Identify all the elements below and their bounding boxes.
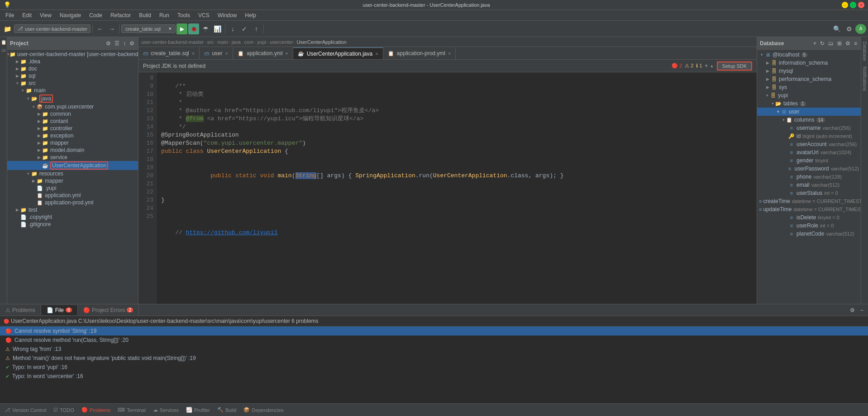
problem-4[interactable]: ⚠ Method 'main()' does not have signatur… (0, 354, 868, 363)
breadcrumb-app[interactable]: UserCenterApplication (297, 39, 347, 45)
project-icon[interactable]: 📋 (1, 40, 6, 45)
problem-6[interactable]: ✔ Typo: In word 'usercenter' :16 (0, 372, 868, 381)
vcs-push-btn[interactable]: ↑ (251, 24, 262, 34)
tool-dependencies[interactable]: 📦 Dependencies (241, 406, 286, 414)
problem-1[interactable]: 🔴 Cannot resolve symbol 'String' :19 (0, 326, 868, 336)
tab-prod-yml-close[interactable]: × (448, 51, 451, 56)
menu-item-window[interactable]: Window (214, 11, 241, 19)
toolbar-back-btn[interactable]: ← (95, 24, 105, 34)
tree-model[interactable]: ▶ 📁 model.domain (7, 147, 138, 154)
tab-user[interactable]: 🗃 user × (200, 47, 233, 59)
tree-sql[interactable]: ▶ 📁 sql (7, 72, 138, 80)
tool-terminal[interactable]: ⌨ Terminal (115, 406, 148, 414)
debug-button[interactable]: 🐞 (188, 24, 199, 34)
tree-usercenter-app[interactable]: ☕ UserCenterApplication (7, 161, 138, 170)
tree-java[interactable]: ▾ 📂 java (7, 94, 138, 103)
db-col-email[interactable]: ≡ email varchar(512) (757, 181, 861, 189)
tree-res-mapper[interactable]: ▶ 📁 mapper (7, 177, 138, 184)
breadcrumb-usercenter[interactable]: usercenter (270, 39, 293, 45)
search-btn[interactable]: 🔍 (831, 24, 843, 34)
db-panel-toggle[interactable]: Database (862, 39, 868, 64)
menu-item-tools[interactable]: Tools (174, 11, 194, 19)
tool-version-control[interactable]: ⎇ Version Control (2, 406, 49, 414)
code-content[interactable]: /** * 启动类 * * @author <a href="https://g… (157, 72, 757, 304)
tool-problems[interactable]: 🔴 Problems (79, 406, 113, 414)
tab-main-java-close[interactable]: × (375, 51, 378, 57)
tree-common[interactable]: ▶ 📁 common (7, 110, 138, 118)
tool-services[interactable]: ☁ Services (150, 406, 181, 414)
menu-item-view[interactable]: View (36, 11, 55, 19)
project-sort-icon[interactable]: ↕ (122, 39, 127, 47)
tree-gitignore[interactable]: 📄 .gitignore (7, 221, 138, 228)
tool-profiler[interactable]: 📈 Profiler (183, 406, 213, 414)
tab-app-yml-close[interactable]: × (285, 51, 288, 56)
tree-src[interactable]: ▾ 📁 src (7, 80, 138, 87)
db-info-schema[interactable]: ▶ 🗄 information_schema (757, 59, 861, 67)
db-col-phone[interactable]: ≡ phone varchar(128) (757, 173, 861, 181)
project-gear-icon[interactable]: ⚙ (129, 39, 135, 47)
expand-errors-btn[interactable]: ▾ (705, 63, 708, 69)
db-filter-btn[interactable]: ≡ (853, 39, 858, 47)
settings-btn[interactable]: ⚙ (844, 24, 854, 34)
db-col-username[interactable]: ≡ username varchar(256) (757, 124, 861, 132)
db-col-useraccount[interactable]: ≡ userAccount varchar(256) (757, 140, 861, 148)
project-settings-icon[interactable]: ⚙ (105, 39, 112, 47)
toolbar-forward-btn[interactable]: → (106, 24, 117, 34)
vcs-update-btn[interactable]: ↓ (227, 24, 238, 34)
bottom-minimize-btn[interactable]: − (859, 306, 864, 314)
tree-root[interactable]: ▾ 📁 user-center-backend-master [user-cen… (7, 51, 138, 58)
problem-2[interactable]: 🔴 Cannot resolve method 'run(Class, Stri… (0, 336, 868, 345)
setup-sdk-button[interactable]: Setup SDK (717, 61, 752, 71)
tree-contant[interactable]: ▶ 📁 contant (7, 118, 138, 125)
structure-icon-left[interactable]: 🗂 (1, 47, 6, 52)
menu-item-edit[interactable]: Edit (19, 11, 35, 19)
db-col-gender[interactable]: ≡ gender tinyint (757, 156, 861, 165)
menu-item-help[interactable]: Help (241, 11, 260, 19)
coverage-button[interactable]: ☂ (200, 24, 211, 34)
bottom-tab-problems[interactable]: ⚠ Problems (0, 305, 41, 315)
tab-create-table-close[interactable]: × (192, 51, 195, 56)
tree-resources[interactable]: ▾ 📁 resources (7, 170, 138, 177)
db-yupi[interactable]: ▾ 🗄 yupi (757, 91, 861, 99)
db-col-userstatus[interactable]: ≡ userStatus int = 0 (757, 189, 861, 197)
tree-doc[interactable]: ▶ 📁 doc (7, 65, 138, 72)
breadcrumb-src[interactable]: src (207, 39, 214, 45)
db-mysql[interactable]: ▶ 🗄 mysql (757, 67, 861, 75)
run-config-selector[interactable]: create_table.sql ▾ (121, 24, 176, 33)
tree-yupi[interactable]: 📄 .yupi (7, 184, 138, 192)
collapse-errors-btn[interactable]: ▴ (711, 63, 713, 69)
db-col-isdelete[interactable]: ≡ isDelete tinyint = 0 (757, 213, 861, 222)
vcs-commit-btn[interactable]: ✓ (239, 24, 250, 34)
maximize-button[interactable]: □ (850, 2, 856, 8)
menu-item-navigate[interactable]: Navigate (56, 11, 85, 19)
db-user-table[interactable]: ▾ ⊞ user (757, 108, 861, 116)
bottom-tab-project-errors[interactable]: 🔴 Project Errors 2 (78, 305, 139, 315)
profile-button[interactable]: 📊 (212, 24, 223, 34)
tool-build[interactable]: 🔨 Build (215, 406, 239, 414)
menu-item-file[interactable]: File (2, 11, 18, 19)
tree-appyml[interactable]: 📋 application.yml (7, 192, 138, 199)
db-col-id[interactable]: 🔑 id bigint (auto increment) (757, 132, 861, 140)
db-schema-btn[interactable]: 🗂 (827, 39, 835, 47)
bottom-settings-btn[interactable]: ⚙ (849, 306, 856, 314)
menu-item-code[interactable]: Code (86, 11, 106, 19)
db-table-btn[interactable]: ⊞ (836, 39, 843, 47)
db-columns[interactable]: ▾ 📋 columns 14 (757, 116, 861, 124)
db-refresh-btn[interactable]: ↻ (819, 39, 825, 47)
tree-copyright[interactable]: 📄 .copyright (7, 213, 138, 221)
tree-idea[interactable]: ▶ 📁 .idea (7, 58, 138, 65)
menu-item-vcs[interactable]: VCS (195, 11, 213, 19)
menu-item-build[interactable]: Build (135, 11, 155, 19)
menu-item-refactor[interactable]: Refactor (107, 11, 134, 19)
toolbar-project-icon[interactable]: 📁 (2, 24, 13, 34)
db-col-planetcode[interactable]: ≡ planetCode varchar(512) (757, 230, 861, 238)
tree-test[interactable]: ▶ 📁 test (7, 206, 138, 213)
db-perf-schema[interactable]: ▶ 🗄 performance_schema (757, 75, 861, 83)
db-settings-btn[interactable]: ⚙ (844, 39, 851, 47)
db-tables[interactable]: ▾ 📂 tables 1 (757, 99, 861, 108)
avatar-btn[interactable]: A (855, 24, 866, 34)
project-expand-icon[interactable]: ☰ (114, 39, 120, 47)
db-col-avatarurl[interactable]: ≡ avatarUrl varchar(1024) (757, 148, 861, 156)
db-col-userpassword[interactable]: ≡ userPassword varchar(512) (757, 165, 861, 173)
tab-user-close[interactable]: × (225, 51, 228, 56)
